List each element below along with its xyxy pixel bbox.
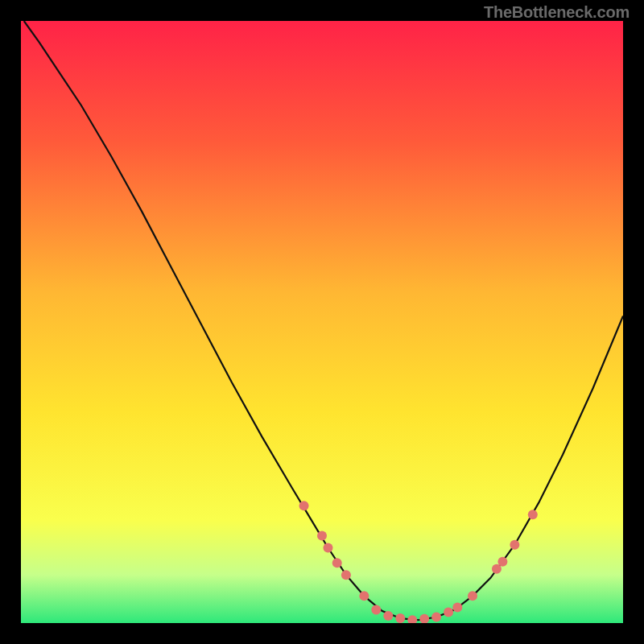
data-point [383, 611, 393, 621]
data-point [299, 501, 309, 510]
data-point [323, 543, 332, 553]
watermark-text: TheBottleneck.com [484, 3, 630, 22]
data-point [497, 557, 507, 567]
data-point [444, 608, 453, 617]
data-point [359, 591, 369, 601]
data-point [528, 510, 538, 519]
data-point [452, 603, 462, 613]
data-point [510, 540, 519, 550]
data-point [431, 613, 441, 622]
chart-svg [21, 21, 623, 623]
data-point [468, 591, 477, 601]
data-point [371, 605, 381, 615]
data-point [395, 613, 405, 623]
plot-area [21, 21, 623, 623]
data-point [332, 558, 342, 568]
chart-container: TheBottleneck.com [0, 0, 644, 644]
data-point [341, 570, 351, 580]
data-point [317, 531, 327, 541]
